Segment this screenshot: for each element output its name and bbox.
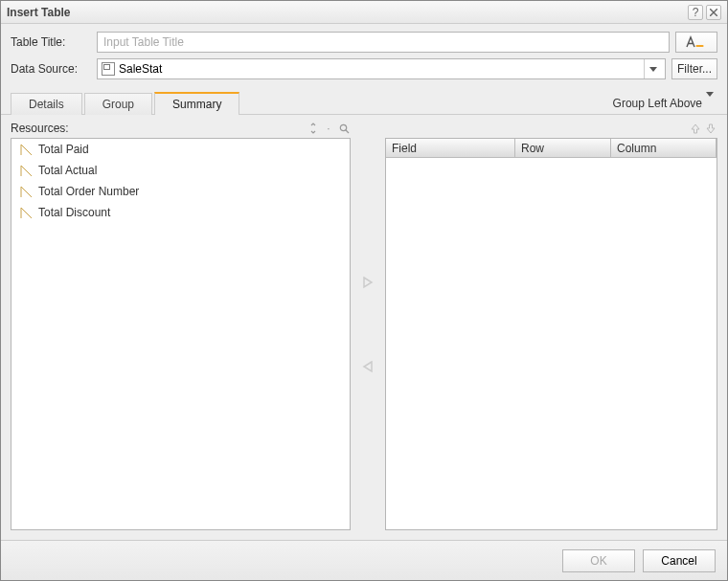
workspace: Resources: · Total Paid Total Actual: [1, 115, 727, 540]
measure-icon: [19, 206, 33, 219]
data-source-label: Data Source:: [11, 62, 97, 76]
move-down-icon[interactable]: [704, 122, 717, 135]
group-left-above-label: Group Left Above: [613, 97, 702, 110]
add-button[interactable]: [359, 274, 376, 291]
form-area: Table Title: Data Source: SaleStat Filte…: [1, 24, 727, 89]
ok-button: OK: [562, 549, 635, 572]
dataset-icon: [102, 62, 115, 76]
fields-grid[interactable]: Field Row Column: [385, 138, 717, 530]
data-source-combo[interactable]: SaleStat: [97, 58, 666, 79]
svg-point-0: [340, 124, 346, 130]
footer: OK Cancel: [1, 540, 727, 580]
measure-icon: [19, 185, 33, 198]
help-button[interactable]: ?: [688, 5, 703, 20]
fields-pane: Field Row Column: [385, 119, 717, 530]
grid-header: Field Row Column: [386, 139, 717, 158]
list-item-label: Total Actual: [38, 164, 97, 177]
titlebar: Insert Table ?: [1, 1, 727, 24]
font-style-button[interactable]: [675, 32, 717, 53]
tab-summary[interactable]: Summary: [154, 92, 239, 115]
list-item[interactable]: Total Discount: [11, 202, 350, 223]
list-item-label: Total Discount: [38, 206, 110, 219]
list-item[interactable]: Total Order Number: [11, 181, 350, 202]
table-title-label: Table Title:: [11, 35, 97, 49]
chevron-down-icon: [706, 97, 714, 110]
fields-tools: [385, 119, 717, 138]
data-source-row: Data Source: SaleStat Filter...: [11, 58, 717, 79]
data-source-value: SaleStat: [119, 62, 644, 76]
close-button[interactable]: [706, 5, 721, 20]
dot-icon: ·: [322, 122, 335, 135]
filter-button[interactable]: Filter...: [671, 58, 717, 79]
column-header-row[interactable]: Row: [515, 139, 611, 158]
move-up-icon[interactable]: [689, 122, 702, 135]
transfer-column: [351, 119, 385, 530]
cancel-button[interactable]: Cancel: [643, 549, 716, 572]
column-header-column[interactable]: Column: [611, 139, 717, 158]
table-title-row: Table Title:: [11, 32, 717, 53]
tab-details[interactable]: Details: [11, 93, 82, 115]
list-item-label: Total Paid: [38, 143, 89, 156]
chevron-down-icon: [644, 59, 661, 78]
tabs-row: Details Group Summary Group Left Above: [1, 91, 727, 115]
list-item[interactable]: Total Actual: [11, 160, 350, 181]
search-icon[interactable]: [337, 122, 351, 135]
column-header-field[interactable]: Field: [386, 139, 515, 158]
sort-icon[interactable]: [307, 122, 320, 135]
resources-label: Resources:: [11, 122, 305, 135]
measure-icon: [19, 164, 33, 177]
group-left-above-dropdown[interactable]: Group Left Above: [613, 97, 714, 114]
remove-button[interactable]: [359, 358, 376, 375]
resources-header: Resources: ·: [11, 119, 351, 138]
list-item[interactable]: Total Paid: [11, 139, 350, 160]
tab-group[interactable]: Group: [84, 93, 152, 115]
resources-pane: Resources: · Total Paid Total Actual: [11, 119, 351, 530]
dialog-title: Insert Table: [7, 6, 685, 19]
measure-icon: [19, 143, 33, 156]
table-title-input[interactable]: [97, 32, 670, 53]
list-item-label: Total Order Number: [38, 185, 139, 198]
resources-list[interactable]: Total Paid Total Actual Total Order Numb…: [11, 138, 351, 530]
insert-table-dialog: Insert Table ? Table Title: Data Source:…: [0, 0, 728, 581]
